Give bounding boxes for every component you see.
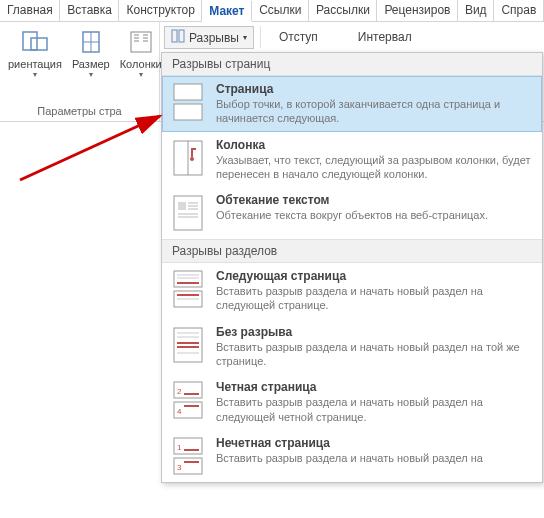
svg-rect-12: [172, 30, 177, 42]
columns-icon: [125, 28, 157, 56]
menu-item-title: Обтекание текстом: [216, 193, 534, 207]
nextpage-icon: [170, 269, 206, 309]
chevron-down-icon: ▾: [89, 70, 93, 79]
chevron-down-icon: ▾: [33, 70, 37, 79]
dropdown-section-page-breaks: Разрывы страниц: [162, 53, 542, 76]
menu-item-desc: Обтекание текста вокруг объектов на веб-…: [216, 208, 534, 222]
menu-item-title: Без разрыва: [216, 325, 534, 339]
menu-item-title: Страница: [216, 82, 534, 96]
svg-line-51: [20, 116, 160, 180]
columns-label: Колонки: [120, 58, 162, 70]
chevron-down-icon: ▾: [243, 33, 247, 42]
menu-item-desc: Вставить разрыв раздела и начать новый р…: [216, 451, 534, 465]
column-break-icon: [170, 138, 206, 178]
svg-rect-1: [31, 38, 47, 50]
menu-item-title: Следующая страница: [216, 269, 534, 283]
svg-rect-26: [174, 271, 202, 287]
menu-item-evenpage[interactable]: 24 Четная страница Вставить разрыв разде…: [162, 374, 542, 430]
tab-mailings[interactable]: Рассылки: [309, 0, 377, 21]
breaks-button[interactable]: Разрывы ▾: [164, 26, 254, 49]
size-label: Размер: [72, 58, 110, 70]
orientation-label: риентация: [8, 58, 62, 70]
orientation-button[interactable]: риентация ▾: [6, 26, 64, 81]
breaks-dropdown: Разрывы страниц Страница Выбор точки, в …: [161, 52, 543, 483]
chevron-down-icon: ▾: [139, 70, 143, 79]
columns-button[interactable]: Колонки ▾: [118, 26, 164, 81]
menu-item-desc: Вставить разрыв раздела и начать новый р…: [216, 395, 534, 424]
menu-item-desc: Указывает, что текст, следующий за разры…: [216, 153, 534, 182]
oddpage-icon: 13: [170, 436, 206, 476]
tab-help[interactable]: Справ: [494, 0, 544, 21]
indent-label: Отступ: [279, 30, 318, 44]
page-break-icon: [170, 82, 206, 122]
tab-layout[interactable]: Макет: [202, 1, 252, 22]
interval-label: Интервал: [358, 30, 412, 44]
tab-references[interactable]: Ссылки: [252, 0, 309, 21]
menu-item-textwrap[interactable]: Обтекание текстом Обтекание текста вокру…: [162, 187, 542, 239]
evenpage-icon: 24: [170, 380, 206, 420]
svg-rect-13: [179, 30, 184, 42]
annotation-arrow: [10, 110, 180, 190]
group-title-page-setup: Параметры стра: [6, 103, 153, 119]
menu-item-page[interactable]: Страница Выбор точки, в которой заканчив…: [162, 76, 542, 132]
menu-item-desc: Вставить разрыв раздела и начать новый р…: [216, 340, 534, 369]
svg-rect-0: [23, 32, 37, 50]
tab-design[interactable]: Конструктор: [119, 0, 202, 21]
dropdown-section-section-breaks: Разрывы разделов: [162, 239, 542, 263]
size-icon: [75, 28, 107, 56]
svg-rect-15: [174, 104, 202, 120]
textwrap-icon: [170, 193, 206, 233]
svg-rect-14: [174, 84, 202, 100]
svg-text:3: 3: [177, 463, 182, 472]
size-button[interactable]: Размер ▾: [70, 26, 112, 81]
svg-rect-20: [178, 202, 186, 210]
orientation-icon: [19, 28, 51, 56]
svg-rect-19: [174, 196, 202, 230]
menu-item-nextpage[interactable]: Следующая страница Вставить разрыв разде…: [162, 263, 542, 319]
menu-item-title: Колонка: [216, 138, 534, 152]
menu-item-title: Четная страница: [216, 380, 534, 394]
svg-point-18: [190, 157, 194, 161]
menu-item-continuous[interactable]: Без разрыва Вставить разрыв раздела и на…: [162, 319, 542, 375]
breaks-label: Разрывы: [189, 31, 239, 45]
tab-review[interactable]: Рецензиров: [377, 0, 458, 21]
menu-item-oddpage[interactable]: 13 Нечетная страница Вставить разрыв раз…: [162, 430, 542, 482]
tab-view[interactable]: Вид: [458, 0, 495, 21]
menu-item-column[interactable]: Колонка Указывает, что текст, следующий …: [162, 132, 542, 188]
svg-text:2: 2: [177, 387, 182, 396]
menu-item-desc: Вставить разрыв раздела и начать новый р…: [216, 284, 534, 313]
breaks-icon: [171, 29, 185, 46]
continuous-icon: [170, 325, 206, 365]
tab-insert[interactable]: Вставка: [60, 0, 119, 21]
menu-item-title: Нечетная страница: [216, 436, 534, 450]
svg-text:1: 1: [177, 443, 182, 452]
ribbon-tabs: Главная Вставка Конструктор Макет Ссылки…: [0, 0, 544, 22]
page-setup-group: риентация ▾ Размер ▾ Колонки ▾ Параметры…: [0, 22, 160, 121]
menu-item-desc: Выбор точки, в которой заканчивается одн…: [216, 97, 534, 126]
svg-text:4: 4: [177, 407, 182, 416]
tab-home[interactable]: Главная: [0, 0, 60, 21]
